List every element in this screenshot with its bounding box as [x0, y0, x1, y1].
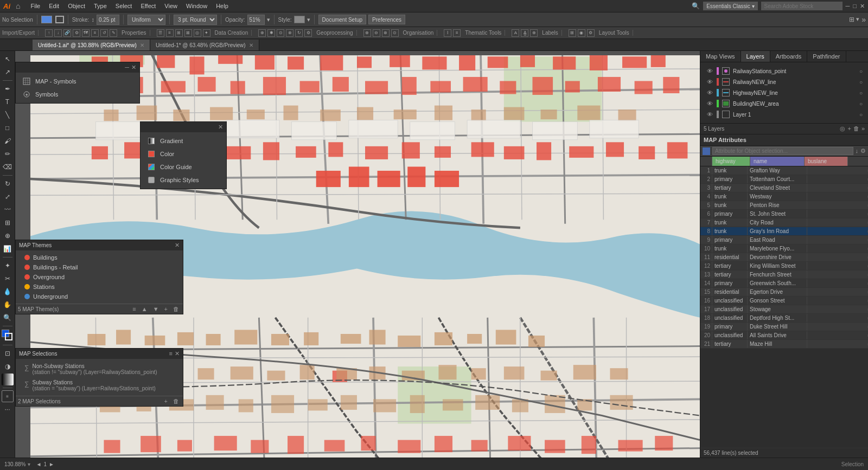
sel-delete-btn[interactable]: 🗑: [171, 397, 181, 405]
lb3-icon[interactable]: ⊕: [530, 29, 538, 37]
prop1-icon[interactable]: ☰: [157, 29, 164, 37]
export-icon[interactable]: ↓: [54, 29, 62, 37]
close-icon[interactable]: ✕: [860, 3, 865, 10]
lt3-icon[interactable]: ⚙: [587, 29, 595, 37]
sel-item-1[interactable]: ∑ Non-Subway Stations (station != "subwa…: [20, 361, 178, 377]
menu-object[interactable]: Object: [64, 2, 89, 10]
fill-stroke-selector[interactable]: [2, 330, 14, 342]
tab-1[interactable]: Untitled-1.ai* @ 130.88% (RGB/Preview) ✕: [33, 40, 150, 50]
layer-item-railway-new[interactable]: 👁 RailwayNEW_line ○: [704, 76, 865, 87]
tab-1-close[interactable]: ✕: [140, 42, 144, 48]
menu-select[interactable]: Select: [112, 2, 136, 10]
layer-eye-2[interactable]: 👁: [706, 78, 713, 86]
symbols-item[interactable]: ★ Symbols: [20, 88, 135, 101]
theme-buildings-retail[interactable]: Buildings - Retail: [20, 262, 178, 272]
attr-row-8[interactable]: 8 trunk Gray's Inn Road: [700, 227, 868, 236]
highway-header[interactable]: highway: [712, 157, 750, 166]
attr-row-14[interactable]: 14 primary Greenwich South...: [700, 279, 868, 288]
menu-edit[interactable]: Edit: [45, 2, 63, 10]
zoom-tool[interactable]: 🔍: [2, 312, 14, 324]
attr-row-2[interactable]: 2 primary Tottenham Court...: [700, 175, 868, 184]
buslane-header[interactable]: buslane: [805, 157, 848, 166]
tab-2[interactable]: Untitled-1* @ 63.48% (RGB/Preview) ✕: [150, 40, 259, 50]
dc2-icon[interactable]: ✱: [267, 29, 275, 37]
attr-row-11[interactable]: 11 residential Devonshire Drive: [700, 253, 868, 262]
attr-row-15[interactable]: 15 residential Egerton Drive: [700, 288, 868, 297]
layers-delete-icon[interactable]: 🗑: [853, 125, 859, 132]
layer-item-building-new[interactable]: 👁 BuildingNEW_area ○: [704, 98, 865, 109]
themes-list-btn[interactable]: ≡: [131, 305, 137, 313]
gradient-item[interactable]: Gradient: [145, 134, 222, 147]
link-icon[interactable]: 🔗: [63, 29, 71, 37]
layer-eye-1[interactable]: 👁: [706, 67, 713, 75]
prop5-icon[interactable]: ◎: [194, 29, 201, 37]
rect-tool[interactable]: □: [2, 122, 14, 134]
prop3-icon[interactable]: ⊞: [175, 29, 183, 37]
stroke-round-select[interactable]: 3 pt. Round: [174, 15, 217, 25]
dc3-icon[interactable]: ⊙: [277, 29, 284, 37]
panel-close-btn[interactable]: ✕: [131, 64, 136, 71]
attr-row-4[interactable]: 4 trunk Westway: [700, 192, 868, 201]
nav-next[interactable]: ►: [49, 461, 54, 467]
layer-item-highway-new[interactable]: 👁 HighwayNEW_line ○: [704, 87, 865, 98]
gradient-panel-header[interactable]: ✕: [141, 122, 226, 132]
tab-2-close[interactable]: ✕: [249, 42, 253, 48]
menu-view[interactable]: View: [161, 2, 181, 10]
map-symbols-header[interactable]: ─ ✕: [16, 62, 139, 73]
attr-row-10[interactable]: 10 trunk Marylebone Flyo...: [700, 244, 868, 253]
style-arrow[interactable]: ▾: [307, 16, 310, 23]
menu-window[interactable]: Window: [182, 2, 211, 10]
themes-add-btn[interactable]: +: [163, 305, 169, 313]
selections-menu-btn[interactable]: ≡: [169, 350, 173, 357]
fill-color-box[interactable]: [41, 16, 52, 23]
layer-lock-1[interactable]: ○: [859, 68, 863, 74]
attr-row-20[interactable]: 20 unclassified All Saints Drive: [700, 331, 868, 340]
geo4-icon[interactable]: ⊙: [391, 29, 399, 37]
prop4-icon[interactable]: ⊠: [184, 29, 192, 37]
pencil-tool[interactable]: ✏: [2, 148, 14, 160]
theme-stations[interactable]: Stations: [20, 282, 178, 292]
graphic-styles-item[interactable]: Graphic Styles: [145, 173, 222, 186]
symbol-sprayer-tool[interactable]: ✦: [2, 260, 14, 272]
arrange-icon[interactable]: ⊞: [849, 16, 854, 23]
type-tool[interactable]: T: [2, 96, 14, 108]
attr-row-13[interactable]: 13 tertiary Fenchurch Street: [700, 271, 868, 279]
layers-add-icon[interactable]: +: [847, 125, 851, 132]
themes-down-btn[interactable]: ▼: [151, 305, 161, 313]
selection-tool[interactable]: ↖: [2, 53, 14, 65]
chart-tool[interactable]: 📊: [2, 243, 14, 255]
layer-item-railway-stations[interactable]: 👁 RailwayStations_point ○: [704, 66, 865, 76]
attr-row-1[interactable]: 1 trunk Grafton Way: [700, 166, 868, 175]
screen-mode-icon[interactable]: ⊡: [2, 347, 14, 359]
themes-close-btn[interactable]: ✕: [175, 242, 180, 249]
menu-file[interactable]: File: [27, 2, 44, 10]
theme-underground[interactable]: Underground: [20, 292, 178, 301]
essentials-button[interactable]: Essentials Classic ▾: [703, 2, 757, 10]
layers-locate-icon[interactable]: ◎: [840, 125, 845, 132]
attr-row-7[interactable]: 7 trunk City Road: [700, 218, 868, 227]
attr-row-12[interactable]: 12 tertiary King William Street: [700, 262, 868, 271]
gradient-box[interactable]: [2, 374, 14, 385]
attr-settings-btn[interactable]: ⚙: [860, 147, 866, 154]
themes-up-btn[interactable]: ▲: [140, 305, 149, 313]
config-icon[interactable]: ⚙: [73, 29, 80, 37]
adobe-stock-search[interactable]: [761, 2, 843, 10]
selections-close-btn[interactable]: ✕: [175, 350, 180, 357]
lt2-icon[interactable]: ◉: [578, 29, 585, 37]
pen-tool[interactable]: ✒: [2, 83, 14, 95]
arrange-arrow[interactable]: ▾: [856, 16, 859, 23]
layer-item-layer1[interactable]: 👁 Layer 1 ○: [704, 109, 865, 120]
more-tools-icon[interactable]: ···: [2, 403, 14, 415]
th1-icon[interactable]: Ⅰ: [444, 29, 451, 37]
hand-tool[interactable]: ✋: [2, 299, 14, 311]
dc6-icon[interactable]: ⚙: [304, 29, 312, 37]
themes-delete-btn[interactable]: 🗑: [171, 305, 181, 313]
attr-search-input[interactable]: [712, 147, 853, 155]
layer-eye-3[interactable]: 👁: [706, 89, 713, 96]
dc1-icon[interactable]: ⊕: [258, 29, 266, 37]
menu-type[interactable]: Type: [90, 2, 111, 10]
minimize-icon[interactable]: ─: [846, 3, 850, 9]
prop2-icon[interactable]: ≡: [166, 29, 174, 37]
slice-tool[interactable]: ✂: [2, 273, 14, 285]
lb2-icon[interactable]: A̲: [521, 29, 528, 37]
